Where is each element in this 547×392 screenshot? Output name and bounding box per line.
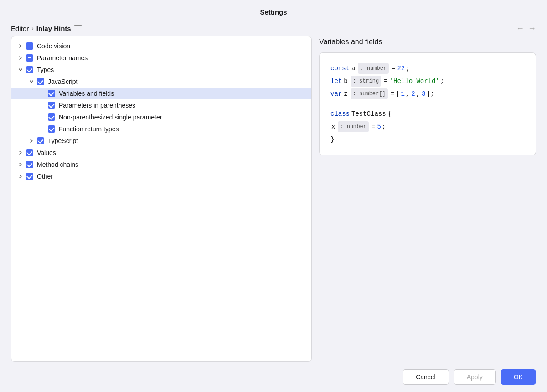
code-number: 22 (397, 62, 405, 75)
tree-item-label: Non-parenthesized single parameter (59, 113, 162, 121)
nav-arrows: ← → (516, 24, 536, 32)
code-keyword: var (330, 88, 342, 100)
code-hint: : string (351, 76, 382, 87)
tree-item-label: TypeScript (48, 137, 78, 144)
breadcrumb-current: Inlay Hints (36, 25, 71, 32)
code-punct: = (391, 88, 394, 100)
checkbox-icon[interactable] (37, 78, 44, 85)
checkbox-icon[interactable] (26, 66, 33, 73)
code-preview: const a : number = 22;let b : string = '… (319, 52, 536, 155)
tree-item-label: Function return types (59, 125, 119, 133)
code-hint: : number (338, 121, 369, 132)
tree-item-function-return-types[interactable]: Function return types (11, 123, 311, 135)
code-keyword: class (330, 108, 350, 120)
code-punct: ; (440, 75, 444, 88)
tree-item-typescript[interactable]: TypeScript (11, 135, 311, 147)
code-punct: { (388, 108, 392, 120)
code-keyword: let (330, 75, 342, 88)
breadcrumb-separator: › (31, 25, 34, 32)
checkbox-icon[interactable] (26, 42, 33, 50)
tree-item-label: Method chains (37, 161, 78, 168)
tree-item-parameter-names[interactable]: Parameter names (11, 52, 311, 64)
tree-item-code-vision[interactable]: Code vision (11, 40, 311, 52)
chevron-icon (17, 54, 24, 62)
code-number: 1 (401, 88, 404, 100)
tree-item-javascript[interactable]: JavaScript (11, 76, 311, 88)
checkbox-icon[interactable] (26, 149, 33, 156)
tree-item-label: Variables and fields (59, 90, 114, 97)
checkbox-icon[interactable] (48, 125, 55, 133)
breadcrumb: Editor › Inlay Hints (11, 25, 82, 32)
code-string: 'Hello World' (390, 75, 439, 88)
code-hint: : number (358, 63, 389, 74)
cancel-button[interactable]: Cancel (403, 369, 449, 385)
code-variable: z (344, 88, 347, 100)
tree-item-non-parenthesized[interactable]: Non-parenthesized single parameter (11, 111, 311, 123)
section-title: Variables and fields (319, 36, 536, 46)
checkbox-icon[interactable] (48, 102, 55, 109)
code-blank-line (330, 100, 525, 108)
code-punct: , (406, 88, 409, 100)
tree-item-method-chains[interactable]: Method chains (11, 159, 311, 170)
code-variable: a (351, 62, 355, 75)
code-punct: ; (406, 62, 409, 75)
tree-item-types[interactable]: Types (11, 64, 311, 76)
tree-item-values[interactable]: Values (11, 147, 311, 159)
chevron-icon (17, 173, 24, 180)
ok-button[interactable]: OK (501, 369, 536, 385)
code-punct: , (416, 88, 420, 100)
breadcrumb-bar: Editor › Inlay Hints ← → (0, 21, 547, 36)
code-punct: [ (396, 88, 400, 100)
breadcrumb-parent[interactable]: Editor (11, 25, 29, 32)
left-panel: Code visionParameter namesTypesJavaScrip… (11, 36, 312, 362)
chevron-icon (17, 161, 24, 168)
chevron-icon (17, 149, 24, 156)
code-punct: } (330, 133, 334, 146)
tree-item-label: Parameter names (37, 54, 88, 62)
code-punct: = (392, 62, 395, 75)
chevron-icon (17, 66, 24, 73)
code-variable: b (344, 75, 347, 88)
code-punct: = (372, 120, 375, 133)
checkbox-icon[interactable] (37, 137, 44, 144)
code-variable: x (331, 120, 335, 133)
checkbox-icon[interactable] (26, 173, 33, 180)
code-punct: ; (382, 120, 386, 133)
code-line: } (330, 133, 525, 146)
checkbox-icon[interactable] (48, 90, 55, 97)
checkbox-icon[interactable] (48, 113, 55, 121)
code-line: var z : number[] = [1, 2, 3]; (330, 88, 525, 100)
code-hint: : number[] (351, 88, 388, 99)
settings-dialog: Settings Editor › Inlay Hints ← → Code v… (0, 0, 547, 392)
code-line: const a : number = 22; (330, 62, 525, 75)
tree-item-variables-and-fields[interactable]: Variables and fields (11, 88, 311, 99)
code-line: x : number = 5; (330, 120, 525, 133)
layout-icon (74, 25, 82, 31)
code-classname: TestClass (351, 108, 386, 120)
tree-item-label: Code vision (37, 42, 70, 50)
tree-item-label: Other (37, 173, 53, 180)
back-arrow[interactable]: ← (516, 24, 524, 32)
right-panel: Variables and fields const a : number = … (319, 36, 536, 362)
tree-item-label: Types (37, 66, 54, 73)
code-number: 5 (377, 120, 381, 133)
chevron-icon (28, 78, 35, 85)
chevron-icon (28, 137, 35, 144)
checkbox-icon[interactable] (26, 161, 33, 168)
code-line: let b : string = 'Hello World'; (330, 75, 525, 88)
dialog-title: Settings (0, 0, 547, 21)
checkbox-icon[interactable] (26, 54, 33, 62)
code-number: 2 (411, 88, 415, 100)
tree-item-label: Parameters in parentheses (59, 102, 135, 109)
chevron-icon (17, 42, 24, 50)
tree-item-label: JavaScript (48, 78, 77, 85)
tree-item-label: Values (37, 149, 56, 156)
tree-item-other[interactable]: Other (11, 170, 311, 182)
code-number: 3 (422, 88, 425, 100)
forward-arrow[interactable]: → (528, 24, 536, 32)
tree-item-parameters-in-parentheses[interactable]: Parameters in parentheses (11, 99, 311, 111)
apply-button: Apply (454, 369, 496, 385)
code-punct: = (384, 75, 387, 88)
code-line: class TestClass { (330, 108, 525, 120)
code-keyword: const (330, 62, 350, 75)
